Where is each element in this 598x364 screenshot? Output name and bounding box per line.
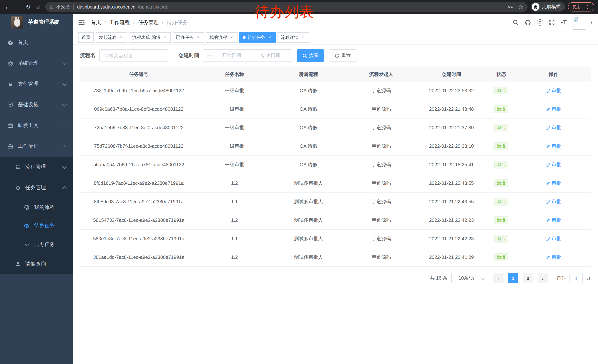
sidebar-item-devtools[interactable]: 研发工具 (0, 115, 73, 136)
sidebar-item-system[interactable]: 系统管理 (0, 53, 73, 74)
top-navbar: 首页 / 工作流程 / 任务管理 / 待办任务 ? (73, 14, 598, 31)
approve-link[interactable]: 审批 (546, 180, 561, 186)
search-icon[interactable] (512, 19, 519, 26)
briefcase-icon (8, 122, 13, 129)
tab-done-tasks[interactable]: 已办任务× (173, 32, 204, 43)
github-icon[interactable] (524, 19, 531, 26)
pagination-total: 共 16 条 (430, 275, 448, 281)
edit-icon (546, 236, 550, 241)
breadcrumb-current: 待办任务 (167, 19, 187, 26)
edit-icon (546, 125, 550, 130)
bookmark-star-icon[interactable]: ☆ (518, 4, 523, 10)
close-icon[interactable]: × (300, 35, 306, 40)
col-header-status: 状态 (486, 71, 516, 78)
approve-link[interactable]: 审批 (546, 87, 561, 94)
fullscreen-icon[interactable] (548, 19, 555, 26)
close-icon[interactable]: × (162, 35, 167, 40)
approve-link[interactable]: 审批 (546, 106, 561, 112)
sidebar-fold-icon[interactable] (78, 19, 85, 25)
sidebar-item-done-tasks[interactable]: 已办任务 (0, 235, 73, 254)
process-name-input[interactable] (99, 49, 168, 62)
sidebar-item-workflow[interactable]: 工作流程 (0, 136, 73, 157)
dashboard-icon (8, 40, 13, 46)
status-badge: 激活 (494, 161, 508, 169)
search-icon (302, 53, 307, 58)
sidebar-item-task-mgmt[interactable]: 任务管理 (0, 177, 73, 198)
annotation-overlay: 待办列表 (255, 2, 314, 22)
help-icon[interactable]: ? (537, 19, 543, 25)
active-dot (243, 36, 246, 39)
avatar-caret-icon[interactable]: ▾ (590, 20, 592, 25)
forward-icon[interactable]: → (14, 4, 22, 10)
security-label[interactable]: 不安全 (56, 4, 70, 10)
tab-process-detail[interactable]: 流程详情× (277, 32, 309, 43)
app-logo-row[interactable]: 芋道管理系统 (0, 14, 73, 31)
prev-page-button[interactable]: ‹ (493, 273, 504, 283)
sidebar-item-label: 研发工具 (18, 122, 39, 129)
sidebar-item-todo-tasks[interactable]: 待办任务 (0, 217, 73, 235)
org-tree-icon (15, 185, 21, 191)
breadcrumb-home[interactable]: 首页 (91, 19, 101, 26)
close-icon[interactable]: × (196, 35, 201, 40)
tab-todo-tasks[interactable]: 待办任务× (239, 32, 276, 43)
close-icon[interactable]: × (119, 35, 124, 40)
goto-page-input[interactable] (569, 273, 583, 283)
avatar[interactable] (572, 15, 586, 29)
incognito-label: 无痕模式 (542, 4, 561, 10)
sidebar-item-process-mgmt[interactable]: 流程管理 (0, 157, 73, 177)
table-row: 069c6a63-7b8a-11ec-8ef0-acde48001122 一级审… (80, 100, 590, 119)
filter-form: 流程名 创建时间 开始日期 - 结束日期 搜索 重 (80, 49, 590, 62)
search-button[interactable]: 搜索 (297, 49, 324, 62)
reset-button[interactable]: 重置 (329, 49, 357, 62)
page-2-button[interactable]: 2 (523, 273, 533, 283)
sidebar-item-infra[interactable]: 基础设施 (0, 94, 73, 115)
approve-link[interactable]: 审批 (546, 217, 561, 224)
date-range-picker[interactable]: 开始日期 - 结束日期 (203, 49, 292, 62)
face-icon (24, 204, 30, 210)
table-row: 580e1b3d-7ac8-11ec-a9e2-a2380e71991a 1.1… (80, 230, 590, 248)
sidebar-item-leave-query[interactable]: 请假查询 (0, 254, 73, 274)
sidebar-item-label: 基础设施 (18, 101, 39, 108)
font-size-icon[interactable]: TT (561, 19, 567, 25)
address-divider (74, 4, 74, 9)
app-title: 芋道管理系统 (28, 19, 59, 25)
tab-my-process[interactable]: 我的流程× (206, 32, 238, 43)
edit-icon (546, 162, 550, 167)
tags-view: 首页 发起流程× 流程表单-编辑× 已办任务× 我的流程× 待办任务× 流程详情… (73, 31, 598, 44)
key-icon[interactable] (507, 4, 514, 10)
approve-link[interactable]: 审批 (546, 235, 561, 242)
approve-link[interactable]: 审批 (546, 124, 561, 131)
status-badge: 激活 (494, 253, 508, 261)
back-icon[interactable]: ← (4, 4, 11, 10)
approve-link[interactable]: 审批 (546, 198, 561, 205)
breadcrumb: 首页 / 工作流程 / 任务管理 / 待办任务 (91, 19, 187, 26)
sidebar-item-my-process[interactable]: 我的流程 (0, 198, 73, 217)
close-icon[interactable]: × (267, 35, 272, 40)
edit-icon (546, 255, 550, 259)
tab-home[interactable]: 首页 (78, 32, 94, 43)
status-badge: 激活 (494, 235, 508, 243)
approve-link[interactable]: 审批 (546, 161, 561, 168)
next-page-button[interactable]: › (538, 273, 548, 283)
tab-start-process[interactable]: 发起流程× (96, 32, 127, 43)
browser-menu-icon[interactable]: ⋮ (585, 4, 590, 10)
sidebar-item-payment[interactable]: ¥ 支付管理 (0, 74, 73, 94)
goto-label: 前往 (557, 275, 566, 281)
approve-link[interactable]: 审批 (546, 254, 561, 260)
breadcrumb-task-mgmt[interactable]: 任务管理 (138, 19, 159, 26)
page-1-button[interactable]: 1 (508, 273, 518, 283)
reload-icon[interactable]: ↻ (25, 4, 32, 10)
page-size-select[interactable]: 10条/页 (451, 273, 487, 283)
close-icon[interactable]: × (229, 35, 234, 40)
yen-icon: ¥ (8, 81, 13, 87)
tab-form-edit[interactable]: 流程表单-编辑× (129, 32, 171, 43)
refresh-icon (335, 53, 339, 58)
sidebar-item-home[interactable]: 首页 (0, 32, 73, 53)
chevron-down-icon (62, 102, 67, 107)
approve-link[interactable]: 审批 (546, 143, 561, 149)
update-label: 更新 (573, 4, 582, 10)
home-icon[interactable]: ⌂ (35, 4, 42, 10)
update-button[interactable]: 更新 ⋮ (568, 2, 594, 11)
chevron-up-icon (62, 186, 67, 191)
breadcrumb-workflow[interactable]: 工作流程 (109, 19, 130, 26)
